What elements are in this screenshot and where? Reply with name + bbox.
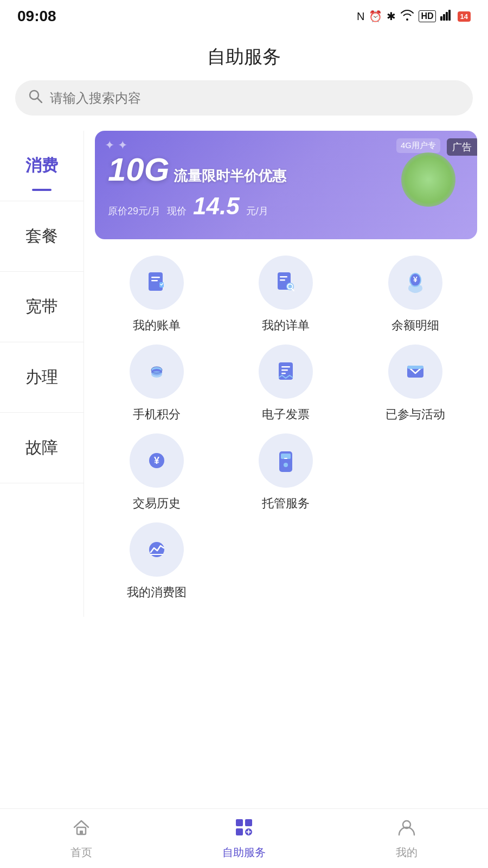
sidebar-item-banli[interactable]: 办理 xyxy=(0,342,84,413)
banner-now-price: 14.5 xyxy=(193,193,240,220)
svg-line-5 xyxy=(37,98,42,103)
banner[interactable]: ✦ ✦ 4G用户专 广告 10G 流量限时半价优惠 原价29元/月 现价 14.… xyxy=(95,131,477,239)
svg-rect-2 xyxy=(446,12,448,21)
svg-rect-7 xyxy=(151,277,160,278)
mine-icon xyxy=(397,818,416,842)
banner-price-row: 原价29元/月 现价 14.5 元/月 xyxy=(108,193,286,220)
service-item-bill[interactable]: 我的账单 xyxy=(95,256,219,334)
service-item-points[interactable]: 手机积分 xyxy=(95,344,219,423)
svg-rect-8 xyxy=(151,280,158,282)
banner-sparkles: ✦ ✦ xyxy=(105,138,127,152)
nav-item-self-service[interactable]: 自助服务 xyxy=(163,818,325,860)
banner-content: 10G 流量限时半价优惠 原价29元/月 现价 14.5 元/月 xyxy=(108,151,286,220)
service-label-escrow: 托管服务 xyxy=(262,495,310,512)
sidebar-item-taocan[interactable]: 套餐 xyxy=(0,201,84,272)
svg-rect-12 xyxy=(280,276,287,278)
banner-size: 10G xyxy=(108,151,169,188)
page-title: 自助服务 xyxy=(0,28,488,80)
svg-rect-42 xyxy=(236,828,243,835)
alarm-icon: ⏰ xyxy=(369,10,382,23)
bluetooth-icon: ✱ xyxy=(387,10,396,23)
service-label-balance: 余额明细 xyxy=(391,317,439,334)
chart-icon-wrap xyxy=(130,522,184,577)
sidebar-item-xiaofe[interactable]: 消费 xyxy=(0,131,84,201)
sidebar: 消费 套餐 宽带 办理 故障 xyxy=(0,131,84,617)
service-item-invoice[interactable]: 电子发票 xyxy=(224,344,348,423)
service-item-detail[interactable]: 我的详单 xyxy=(224,256,348,334)
invoice-icon-wrap xyxy=(259,344,313,399)
banner-title-row: 10G 流量限时半价优惠 xyxy=(108,151,286,188)
banner-unit: 元/月 xyxy=(246,205,268,218)
signal-icon xyxy=(440,10,453,23)
nav-item-mine[interactable]: 我的 xyxy=(325,818,488,860)
service-item-history[interactable]: ¥ 交易历史 xyxy=(95,433,219,512)
main-layout: 消费 套餐 宽带 办理 故障 ✦ ✦ 4G用户专 广告 xyxy=(0,131,488,617)
sidebar-item-guzhang[interactable]: 故障 xyxy=(0,413,84,483)
activity-icon-wrap xyxy=(388,344,442,399)
svg-rect-24 xyxy=(279,362,293,380)
svg-rect-41 xyxy=(245,819,252,826)
service-item-balance[interactable]: ¥ 余额明细 xyxy=(354,256,477,334)
svg-rect-1 xyxy=(443,14,445,21)
banner-circle xyxy=(401,152,455,207)
nav-label-home: 首页 xyxy=(70,845,92,860)
detail-icon-wrap xyxy=(259,256,313,310)
service-item-escrow[interactable]: 托管服务 xyxy=(224,433,348,512)
svg-text:¥: ¥ xyxy=(413,275,418,284)
nav-label-self-service: 自助服务 xyxy=(222,845,266,860)
svg-rect-13 xyxy=(280,279,285,281)
points-icon-wrap xyxy=(130,344,184,399)
nfc-icon: Ν xyxy=(357,10,364,23)
empty-cell xyxy=(354,433,477,512)
search-bar[interactable] xyxy=(15,80,473,116)
svg-rect-29 xyxy=(407,366,423,369)
service-grid: 我的账单 我的详单 xyxy=(95,256,477,601)
status-bar: 09:08 Ν ⏰ ✱ HD 14 xyxy=(0,0,488,28)
service-label-detail: 我的详单 xyxy=(262,317,310,334)
service-label-points: 手机积分 xyxy=(133,406,181,423)
service-item-activity[interactable]: 已参与活动 xyxy=(354,344,477,423)
service-label-history: 交易历史 xyxy=(133,495,181,512)
status-icons: Ν ⏰ ✱ HD 14 xyxy=(357,10,471,23)
escrow-icon-wrap xyxy=(259,433,313,488)
battery-icon: 14 xyxy=(458,11,471,22)
svg-rect-3 xyxy=(448,10,451,21)
sidebar-item-kuandai[interactable]: 宽带 xyxy=(0,272,84,342)
service-label-activity: 已参与活动 xyxy=(386,406,445,423)
banner-ad-tag: 广告 xyxy=(447,138,477,156)
svg-rect-26 xyxy=(281,369,288,371)
svg-rect-0 xyxy=(440,16,442,21)
svg-rect-39 xyxy=(80,831,83,834)
svg-rect-35 xyxy=(284,458,287,459)
bottom-nav: 首页 自助服务 我的 xyxy=(0,808,488,868)
service-label-chart: 我的消费图 xyxy=(127,584,187,601)
svg-rect-25 xyxy=(281,366,290,368)
banner-user-tag: 4G用户专 xyxy=(396,138,440,153)
balance-icon-wrap: ¥ xyxy=(388,256,442,310)
service-item-chart[interactable]: 我的消费图 xyxy=(95,522,219,601)
history-icon-wrap: ¥ xyxy=(130,433,184,488)
bill-icon-wrap xyxy=(130,256,184,310)
home-icon xyxy=(72,818,91,842)
svg-line-16 xyxy=(292,289,294,291)
nav-label-mine: 我的 xyxy=(396,845,418,860)
svg-rect-27 xyxy=(281,373,286,374)
banner-now-label: 现价 xyxy=(167,205,187,218)
status-time: 09:08 xyxy=(17,8,56,25)
svg-rect-40 xyxy=(236,819,243,826)
svg-rect-6 xyxy=(149,272,163,291)
wifi-icon xyxy=(400,10,414,23)
search-icon xyxy=(28,89,42,107)
content-area: ✦ ✦ 4G用户专 广告 10G 流量限时半价优惠 原价29元/月 现价 14.… xyxy=(84,131,488,617)
banner-desc: 流量限时半价优惠 xyxy=(174,167,286,186)
nav-item-home[interactable]: 首页 xyxy=(0,818,163,860)
banner-original-price: 原价29元/月 xyxy=(108,205,160,218)
self-service-icon xyxy=(234,818,254,842)
search-input[interactable] xyxy=(50,91,460,106)
service-label-bill: 我的账单 xyxy=(133,317,181,334)
svg-text:¥: ¥ xyxy=(154,455,159,466)
hd-icon: HD xyxy=(419,10,435,22)
svg-point-34 xyxy=(284,463,288,467)
service-label-invoice: 电子发票 xyxy=(262,406,310,423)
